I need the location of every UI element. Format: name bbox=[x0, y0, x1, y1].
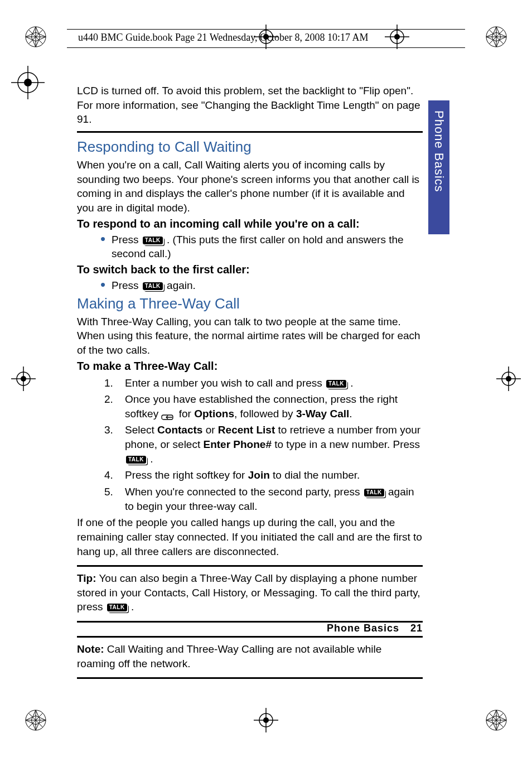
printer-mark-top-left bbox=[23, 25, 48, 49]
talk-key-icon: TALK bbox=[107, 604, 127, 611]
svg-line-5 bbox=[31, 27, 36, 37]
printer-mark-bottom-right bbox=[484, 708, 509, 732]
printer-mark-bottom-left bbox=[23, 708, 48, 732]
svg-line-9 bbox=[26, 32, 36, 37]
note-block: Note: Call Waiting and Three-Way Calling… bbox=[77, 642, 423, 671]
svg-line-36 bbox=[26, 720, 36, 725]
bold-term-3way: 3-Way Call bbox=[296, 408, 349, 420]
svg-line-32 bbox=[36, 710, 40, 720]
text-fragment: Call Waiting and Three-Way Calling are n… bbox=[77, 643, 381, 669]
svg-line-11 bbox=[36, 32, 46, 37]
svg-line-46 bbox=[492, 720, 496, 730]
svg-line-50 bbox=[496, 716, 506, 720]
crosshair-mark-left bbox=[11, 367, 36, 391]
bold-term-options: Options bbox=[194, 408, 234, 420]
crosshair-mark-bottom bbox=[254, 708, 278, 732]
svg-line-34 bbox=[36, 720, 40, 730]
step-3: Select Contacts or Recent List to retrie… bbox=[116, 423, 423, 466]
bullet-press-talk-hold: Press TALK . (This puts the first caller… bbox=[104, 233, 423, 261]
divider bbox=[77, 131, 423, 133]
text-fragment: Press the right softkey for bbox=[125, 469, 248, 481]
text-fragment: When you're connected to the second part… bbox=[125, 486, 363, 498]
note-label: Note: bbox=[77, 643, 104, 655]
footer-page-number: 21 bbox=[410, 623, 423, 634]
divider bbox=[77, 677, 423, 679]
section-tab-label: Phone Basics bbox=[428, 100, 446, 192]
svg-line-45 bbox=[496, 710, 501, 720]
svg-line-20 bbox=[492, 37, 496, 47]
printer-mark-top-right bbox=[484, 25, 509, 49]
svg-line-38 bbox=[36, 720, 46, 725]
text-fragment: Press bbox=[112, 234, 142, 245]
svg-line-18 bbox=[492, 27, 496, 37]
bold-term-enter-phone: Enter Phone# bbox=[203, 438, 271, 450]
step-1: Enter a number you wish to call and pres… bbox=[116, 376, 423, 390]
talk-key-icon: TALK bbox=[364, 489, 384, 496]
divider bbox=[77, 636, 423, 638]
ring-mark-left bbox=[11, 66, 45, 99]
talk-key-icon: TALK bbox=[143, 282, 163, 290]
svg-line-48 bbox=[486, 716, 496, 720]
heading-responding-to-call-waiting: Responding to Call Waiting bbox=[77, 137, 423, 157]
text-fragment: Enter a number you wish to call and pres… bbox=[125, 377, 325, 389]
text-fragment: You can also begin a Three-Way Call by d… bbox=[77, 572, 420, 613]
text-fragment: . bbox=[349, 408, 352, 420]
divider bbox=[77, 565, 423, 567]
page-content: LCD is turned off. To avoid this problem… bbox=[77, 84, 423, 683]
intro-paragraph: LCD is turned off. To avoid this problem… bbox=[77, 84, 423, 127]
svg-line-22 bbox=[486, 32, 496, 37]
talk-key-icon: TALK bbox=[126, 456, 146, 464]
text-fragment: again. bbox=[167, 279, 196, 291]
svg-line-31 bbox=[31, 710, 36, 720]
text-fragment: . bbox=[150, 453, 153, 465]
running-header: u440 BMC Guide.book Page 21 Wednesday, O… bbox=[67, 29, 465, 48]
text-fragment: . bbox=[350, 377, 353, 389]
section-tab: Phone Basics bbox=[428, 100, 449, 234]
svg-line-25 bbox=[496, 37, 506, 41]
text-fragment: . bbox=[131, 601, 134, 613]
three-way-tail: If one of the people you called hangs up… bbox=[77, 515, 423, 558]
bold-term-contacts: Contacts bbox=[157, 424, 202, 436]
text-fragment: for bbox=[179, 408, 194, 420]
svg-line-51 bbox=[496, 720, 506, 725]
svg-line-37 bbox=[36, 716, 46, 720]
running-header-text: u440 BMC Guide.book Page 21 Wednesday, O… bbox=[78, 32, 369, 43]
svg-line-49 bbox=[486, 720, 496, 725]
crosshair-mark-right bbox=[496, 367, 521, 391]
tip-block: Tip: You can also begin a Three-Way Call… bbox=[77, 571, 423, 614]
text-fragment: Press bbox=[112, 279, 142, 291]
svg-line-8 bbox=[36, 37, 40, 47]
step-5: When you're connected to the second part… bbox=[116, 485, 423, 513]
svg-line-44 bbox=[492, 710, 496, 720]
svg-line-7 bbox=[31, 37, 36, 47]
page-footer: Phone Basics 21 bbox=[327, 623, 423, 634]
text-fragment: to dial the number. bbox=[270, 469, 360, 481]
svg-line-10 bbox=[26, 37, 36, 41]
svg-line-19 bbox=[496, 27, 501, 37]
tip-label: Tip: bbox=[77, 572, 96, 584]
subhead-switch-back: To switch back to the first caller: bbox=[77, 262, 423, 277]
svg-line-6 bbox=[36, 27, 40, 37]
three-way-body: With Three-Way Calling, you can talk to … bbox=[77, 315, 423, 358]
heading-three-way-call: Making a Three-Way Call bbox=[77, 294, 423, 314]
call-waiting-body: When you're on a call, Call Waiting aler… bbox=[77, 158, 423, 215]
svg-line-21 bbox=[496, 37, 501, 47]
svg-line-24 bbox=[496, 32, 506, 37]
bullet-press-talk-again: Press TALK again. bbox=[104, 278, 423, 293]
step-4: Press the right softkey for Join to dial… bbox=[116, 468, 423, 483]
text-fragment: to type in a new number. Press bbox=[272, 438, 420, 450]
talk-key-icon: TALK bbox=[326, 380, 346, 388]
text-fragment: or bbox=[202, 424, 217, 436]
subhead-respond-incoming: To respond to an incoming call while you… bbox=[77, 216, 423, 232]
svg-line-33 bbox=[31, 720, 36, 730]
footer-section: Phone Basics bbox=[327, 623, 399, 634]
talk-key-icon: TALK bbox=[143, 237, 163, 244]
right-softkey-icon bbox=[161, 411, 176, 418]
bold-term-recent-list: Recent List bbox=[218, 424, 275, 436]
svg-line-12 bbox=[36, 37, 46, 41]
svg-line-47 bbox=[496, 720, 501, 730]
text-fragment: , followed by bbox=[234, 408, 296, 420]
svg-line-35 bbox=[26, 716, 36, 720]
step-2: Once you have established the connection… bbox=[116, 392, 423, 421]
svg-line-23 bbox=[486, 37, 496, 41]
